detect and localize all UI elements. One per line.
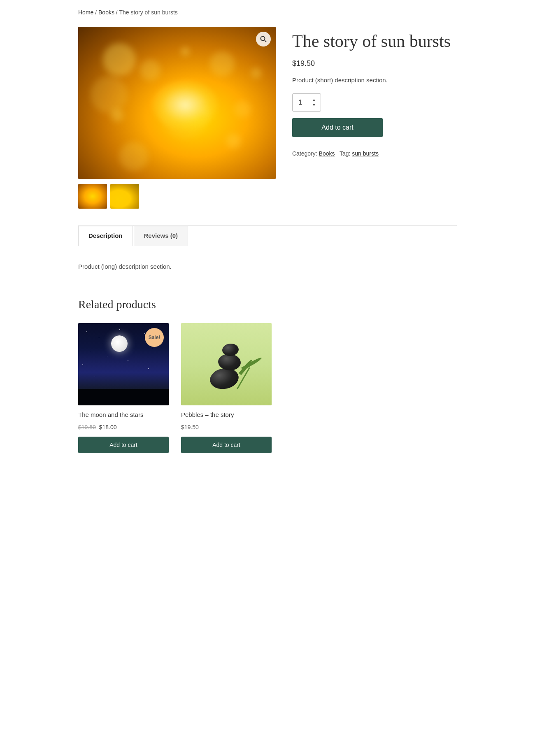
pebbles-bg <box>181 323 272 405</box>
svg-point-0 <box>261 37 265 41</box>
tree-silhouette <box>78 389 169 405</box>
breadcrumb: Home / Books / The story of sun bursts <box>78 8 457 17</box>
thumbnails <box>78 184 276 209</box>
breadcrumb-home[interactable]: Home <box>78 9 93 16</box>
price-original-0: $19.50 <box>78 424 96 430</box>
thumbnail-2[interactable] <box>110 184 139 209</box>
quantity-row: 1 ▲ ▼ <box>292 93 457 112</box>
svg-line-1 <box>265 40 266 42</box>
main-image <box>78 27 276 179</box>
category-label: Category: <box>292 150 317 157</box>
product-images <box>78 27 276 209</box>
product-price: $19.50 <box>292 58 457 69</box>
quantity-up-button[interactable]: ▲ <box>311 98 317 102</box>
category-link[interactable]: Books <box>319 150 335 157</box>
long-description: Product (long) description section. <box>78 262 457 272</box>
quantity-down-button[interactable]: ▼ <box>311 102 317 107</box>
related-section: Related products <box>78 296 457 453</box>
price-sale-0: $18.00 <box>99 424 117 430</box>
moon-shape <box>111 335 128 352</box>
thumbnail-1[interactable] <box>78 184 107 209</box>
magnify-icon[interactable] <box>256 32 271 47</box>
tabs-header: Description Reviews (0) <box>78 226 457 246</box>
related-card-1: Pebbles – the story $19.50 Add to cart <box>181 323 272 453</box>
related-add-to-cart-0[interactable]: Add to cart <box>78 437 169 453</box>
quantity-stepper[interactable]: 1 <box>296 99 311 106</box>
product-short-description: Product (short) description section. <box>292 76 457 85</box>
related-add-to-cart-1[interactable]: Add to cart <box>181 437 272 453</box>
related-card-price-0: $19.50 $18.00 <box>78 423 169 432</box>
related-image-0[interactable]: Sale! <box>78 323 169 405</box>
tab-reviews[interactable]: Reviews (0) <box>134 226 188 246</box>
quantity-input-wrapper: 1 ▲ ▼ <box>292 93 321 112</box>
product-meta: Category: Books Tag: sun bursts <box>292 149 457 158</box>
product-info: The story of sun bursts $19.50 Product (… <box>292 27 457 209</box>
breadcrumb-current: The story of sun bursts <box>119 9 177 16</box>
related-card-price-1: $19.50 <box>181 423 272 432</box>
product-top: The story of sun bursts $19.50 Product (… <box>78 27 457 209</box>
tabs-section: Description Reviews (0) Product (long) d… <box>78 225 457 279</box>
related-title: Related products <box>78 296 457 313</box>
sale-badge-0: Sale! <box>145 328 164 347</box>
quantity-spinners: ▲ ▼ <box>311 98 317 107</box>
related-image-1[interactable] <box>181 323 272 405</box>
product-title: The story of sun bursts <box>292 31 457 51</box>
tag-label: Tag: <box>340 150 350 157</box>
related-card-title-1: Pebbles – the story <box>181 410 272 420</box>
breadcrumb-books[interactable]: Books <box>98 9 114 16</box>
related-card-title-0: The moon and the stars <box>78 410 169 420</box>
price-1: $19.50 <box>181 424 199 430</box>
tag-link[interactable]: sun bursts <box>352 150 379 157</box>
tab-description[interactable]: Description <box>78 226 133 246</box>
main-image-container <box>78 27 276 179</box>
add-to-cart-button[interactable]: Add to cart <box>292 118 383 137</box>
related-grid: Sale! The moon and the stars $19.50 $18.… <box>78 323 457 453</box>
tab-content-description: Product (long) description section. <box>78 246 457 280</box>
related-card-0: Sale! The moon and the stars $19.50 $18.… <box>78 323 169 453</box>
